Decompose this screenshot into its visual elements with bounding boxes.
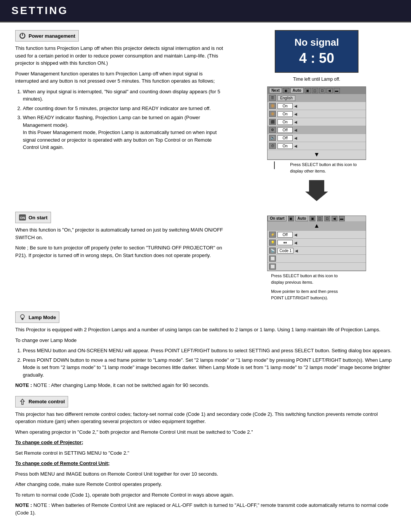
power-list: When any input signal is interrupted, "N… [23,88,226,151]
power-management-section: Power management This function turns Pro… [15,30,396,204]
svg-point-4 [21,315,24,318]
on-start-left: ON On start When this function is "On," … [15,212,226,304]
row-icon-off2: 🔊 [269,135,276,141]
row-arrow-on1: ◀ [294,104,297,108]
change-projector-text: Set Remote control in SETTING MENU to "C… [15,449,396,457]
lamp-off-text: Time left until Lamp off. [293,77,340,82]
no-signal-title: No signal [287,37,346,48]
row-arrow-off1: ◀ [294,128,297,132]
on-start-para1: When this function is "On," projector is… [15,226,226,241]
row-value-on4: On [277,143,293,149]
remote-icon [19,398,26,406]
menu-row-on3: ⬛ On ◀ [268,118,366,126]
menu-row-on4: ⏱ On ◀ [268,142,366,150]
menu-row-blank1: ⬜ [268,255,366,263]
lamp-mode-header: Lamp Mode [15,312,59,323]
menu-icon-2-5: ◀ [331,216,338,221]
row-value-lamp1: ♦♦ [277,240,293,245]
menu-row-lang: ☰ English [268,94,366,102]
annotation-1-block: Press SELECT button at this icon to disp… [267,161,366,177]
down-arrow-icon: ▼ [314,151,320,158]
menu-row-off2: 🔊 Off ◀ [268,134,366,142]
arrow-down [305,180,328,201]
english-value: English [277,95,295,101]
menu-ui-1: Next ▣ Auto ▣ ◫ ⊡ ◀ ▬ ☰ English 🔆 [267,86,366,160]
lamp-step-1: Press MENU button and ON-SCREEN MENU wil… [23,347,396,355]
power-item-2: After counting down for 5 minutes, proje… [23,105,226,112]
row-value-on2: On [277,111,293,117]
change-remote-text: Press both MENU and IMAGE buttons on Rem… [15,470,396,478]
auto-button[interactable]: Auto [290,88,304,93]
row-icon-lang: ☰ [269,95,276,101]
lamp-steps: Press MENU button and ON-SCREEN MENU wil… [23,347,396,379]
row-arrow-on2: ◀ [294,112,297,116]
lamp-para1: This Projector is equipped with 2 Projec… [15,326,396,334]
auto-btn-2: Auto [295,216,309,221]
change-remote-label: To change code of Remote Control Unit; [15,460,396,467]
svg-rect-6 [22,319,23,320]
row-value-off1: Off [277,127,293,133]
remote-para1: This projector has two different remote … [15,411,396,425]
return-text: To return to normal code (Code 1), opera… [15,491,396,499]
remote-label: Remote control [29,399,65,404]
remote-note: NOTE : NOTE : When batteries of Remote C… [15,502,396,516]
lamp-change-label: To change over Lamp Mode [15,337,396,344]
lamp-note: NOTE : NOTE : After changing Lamp Mode, … [15,382,396,389]
row-arrow-off2: ◀ [294,136,297,140]
power-para2: Power Management function operates to tu… [15,70,226,85]
lamp-mode-label: Lamp Mode [29,315,56,320]
change-remote-label-text: To change code of Remote Control Unit; [15,460,110,466]
menu-row-down: ▼ [268,150,366,160]
menu-row-off1: ⚙ Off ◀ [268,126,366,134]
row-icon-on2: 🔅 [269,111,276,117]
menu-row-on1: 🔆 On ◀ [268,102,366,110]
row-icon-blank1: ⬜ [269,256,276,262]
row-arrow-off-start: ◀ [294,233,297,237]
power-para1: This function turns Projection Lamp off … [15,45,226,67]
lamp-step-2: Press POINT DOWN button to move a red fr… [23,356,396,379]
menu-icon-2: ▣ [305,88,311,93]
remote-note-text: NOTE : When batteries of Remote Control … [15,502,388,516]
no-signal-display: No signal 4 : 50 [275,30,358,73]
row-icon-off1: ⚙ [269,127,276,133]
on-start-header: ON On start [15,212,51,223]
on-start-icon: ON [19,214,26,221]
menu-bar-2: On start ▣ Auto ▣ ◫ ⊡ ◀ ▬ [268,216,366,221]
menu-icon-6: ▬ [334,88,340,93]
next-button[interactable]: Next [269,88,282,93]
arrow-body [309,180,324,192]
menu-row-up: ▲ [268,221,366,231]
row-icon-on3: ⬛ [269,119,276,125]
row-icon-lamp1: 💡 [269,240,276,246]
svg-text:ON: ON [20,216,25,220]
menu-row-on2: 🔅 On ◀ [268,110,366,118]
after-change-text: After changing code, make sure Remote Co… [15,481,396,488]
row-icon-off-start: ⚡ [269,232,276,238]
on-start-note: Note ; Be sure to turn projector off pro… [15,244,226,259]
menu-icon-4: ⊡ [319,88,325,93]
menu-bar-1: Next ▣ Auto ▣ ◫ ⊡ ◀ ▬ [268,87,366,94]
lamp-note-bold: NOTE : [15,382,32,388]
row-arrow-on4: ◀ [294,144,297,148]
menu-icon-2-6: ▬ [339,216,345,221]
page-title: SETTING [11,5,400,17]
row-arrow-on3: ◀ [294,120,297,124]
remote-control-section: Remote control This projector has two di… [15,396,396,517]
menu-icon-2-1: ▣ [288,216,294,221]
menu-icon-3: ◫ [312,88,318,93]
menu-icon-2-3: ◫ [317,216,323,221]
menu-icon-2-2: ▣ [309,216,315,221]
page-header: SETTING [0,0,411,22]
change-projector-label-text: To change code of Projector; [15,439,83,445]
on-start-label: On start [29,215,48,220]
row-icon-blank2: ⬜ [269,264,276,270]
row-value-code: Code 1 [277,248,293,254]
on-start-right: On start ▣ Auto ▣ ◫ ⊡ ◀ ▬ ▲ ⚡ Off [237,212,396,304]
on-start-section: ON On start When this function is "On," … [15,212,396,304]
row-icon-on1: 🔆 [269,103,276,109]
menu-icon-2-4: ⊡ [324,216,330,221]
annotation-arrow-1 [267,161,286,169]
row-value-on3: On [277,119,293,125]
power-management-label: Power management [29,33,75,39]
remote-para2: When operating projector in "Code 2," bo… [15,428,396,436]
